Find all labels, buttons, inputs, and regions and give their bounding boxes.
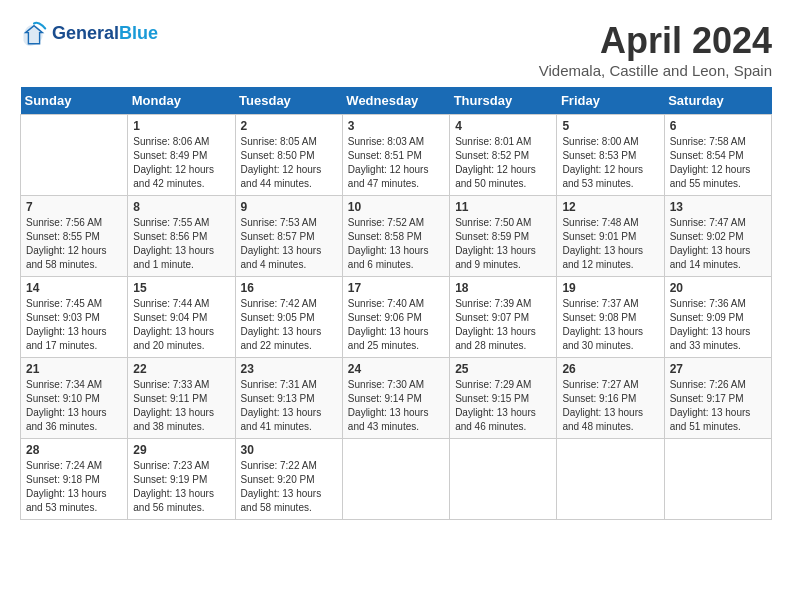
day-number: 17 bbox=[348, 281, 444, 295]
day-number: 8 bbox=[133, 200, 229, 214]
calendar-cell: 1Sunrise: 8:06 AM Sunset: 8:49 PM Daylig… bbox=[128, 115, 235, 196]
title-section: April 2024 Videmala, Castille and Leon, … bbox=[539, 20, 772, 79]
day-number: 4 bbox=[455, 119, 551, 133]
cell-info: Sunrise: 7:26 AM Sunset: 9:17 PM Dayligh… bbox=[670, 378, 766, 434]
day-number: 13 bbox=[670, 200, 766, 214]
cell-info: Sunrise: 7:53 AM Sunset: 8:57 PM Dayligh… bbox=[241, 216, 337, 272]
calendar-cell: 27Sunrise: 7:26 AM Sunset: 9:17 PM Dayli… bbox=[664, 358, 771, 439]
day-header-saturday: Saturday bbox=[664, 87, 771, 115]
calendar-cell: 26Sunrise: 7:27 AM Sunset: 9:16 PM Dayli… bbox=[557, 358, 664, 439]
calendar-cell: 21Sunrise: 7:34 AM Sunset: 9:10 PM Dayli… bbox=[21, 358, 128, 439]
day-number: 18 bbox=[455, 281, 551, 295]
day-number: 20 bbox=[670, 281, 766, 295]
cell-info: Sunrise: 7:36 AM Sunset: 9:09 PM Dayligh… bbox=[670, 297, 766, 353]
cell-info: Sunrise: 7:33 AM Sunset: 9:11 PM Dayligh… bbox=[133, 378, 229, 434]
day-header-wednesday: Wednesday bbox=[342, 87, 449, 115]
calendar-cell: 5Sunrise: 8:00 AM Sunset: 8:53 PM Daylig… bbox=[557, 115, 664, 196]
cell-info: Sunrise: 8:06 AM Sunset: 8:49 PM Dayligh… bbox=[133, 135, 229, 191]
calendar-cell bbox=[21, 115, 128, 196]
calendar-cell: 30Sunrise: 7:22 AM Sunset: 9:20 PM Dayli… bbox=[235, 439, 342, 520]
calendar-cell: 7Sunrise: 7:56 AM Sunset: 8:55 PM Daylig… bbox=[21, 196, 128, 277]
cell-info: Sunrise: 7:50 AM Sunset: 8:59 PM Dayligh… bbox=[455, 216, 551, 272]
cell-info: Sunrise: 7:23 AM Sunset: 9:19 PM Dayligh… bbox=[133, 459, 229, 515]
day-number: 16 bbox=[241, 281, 337, 295]
day-number: 12 bbox=[562, 200, 658, 214]
cell-info: Sunrise: 7:22 AM Sunset: 9:20 PM Dayligh… bbox=[241, 459, 337, 515]
cell-info: Sunrise: 7:48 AM Sunset: 9:01 PM Dayligh… bbox=[562, 216, 658, 272]
day-number: 6 bbox=[670, 119, 766, 133]
day-number: 10 bbox=[348, 200, 444, 214]
cell-info: Sunrise: 7:31 AM Sunset: 9:13 PM Dayligh… bbox=[241, 378, 337, 434]
week-row-5: 28Sunrise: 7:24 AM Sunset: 9:18 PM Dayli… bbox=[21, 439, 772, 520]
calendar-cell: 12Sunrise: 7:48 AM Sunset: 9:01 PM Dayli… bbox=[557, 196, 664, 277]
calendar-cell bbox=[342, 439, 449, 520]
cell-info: Sunrise: 7:45 AM Sunset: 9:03 PM Dayligh… bbox=[26, 297, 122, 353]
day-number: 11 bbox=[455, 200, 551, 214]
calendar-cell: 8Sunrise: 7:55 AM Sunset: 8:56 PM Daylig… bbox=[128, 196, 235, 277]
day-number: 22 bbox=[133, 362, 229, 376]
calendar-cell: 17Sunrise: 7:40 AM Sunset: 9:06 PM Dayli… bbox=[342, 277, 449, 358]
week-row-3: 14Sunrise: 7:45 AM Sunset: 9:03 PM Dayli… bbox=[21, 277, 772, 358]
calendar-cell: 23Sunrise: 7:31 AM Sunset: 9:13 PM Dayli… bbox=[235, 358, 342, 439]
day-number: 5 bbox=[562, 119, 658, 133]
calendar-cell: 25Sunrise: 7:29 AM Sunset: 9:15 PM Dayli… bbox=[450, 358, 557, 439]
day-number: 28 bbox=[26, 443, 122, 457]
week-row-4: 21Sunrise: 7:34 AM Sunset: 9:10 PM Dayli… bbox=[21, 358, 772, 439]
day-number: 3 bbox=[348, 119, 444, 133]
cell-info: Sunrise: 8:00 AM Sunset: 8:53 PM Dayligh… bbox=[562, 135, 658, 191]
day-number: 19 bbox=[562, 281, 658, 295]
calendar-cell: 6Sunrise: 7:58 AM Sunset: 8:54 PM Daylig… bbox=[664, 115, 771, 196]
day-number: 14 bbox=[26, 281, 122, 295]
day-header-sunday: Sunday bbox=[21, 87, 128, 115]
day-header-tuesday: Tuesday bbox=[235, 87, 342, 115]
calendar-cell: 15Sunrise: 7:44 AM Sunset: 9:04 PM Dayli… bbox=[128, 277, 235, 358]
calendar-cell: 13Sunrise: 7:47 AM Sunset: 9:02 PM Dayli… bbox=[664, 196, 771, 277]
calendar-cell: 19Sunrise: 7:37 AM Sunset: 9:08 PM Dayli… bbox=[557, 277, 664, 358]
calendar-cell: 3Sunrise: 8:03 AM Sunset: 8:51 PM Daylig… bbox=[342, 115, 449, 196]
cell-info: Sunrise: 8:03 AM Sunset: 8:51 PM Dayligh… bbox=[348, 135, 444, 191]
day-number: 25 bbox=[455, 362, 551, 376]
day-number: 23 bbox=[241, 362, 337, 376]
cell-info: Sunrise: 7:37 AM Sunset: 9:08 PM Dayligh… bbox=[562, 297, 658, 353]
calendar-cell: 9Sunrise: 7:53 AM Sunset: 8:57 PM Daylig… bbox=[235, 196, 342, 277]
cell-info: Sunrise: 7:30 AM Sunset: 9:14 PM Dayligh… bbox=[348, 378, 444, 434]
month-title: April 2024 bbox=[539, 20, 772, 62]
cell-info: Sunrise: 7:40 AM Sunset: 9:06 PM Dayligh… bbox=[348, 297, 444, 353]
day-number: 26 bbox=[562, 362, 658, 376]
calendar-cell: 10Sunrise: 7:52 AM Sunset: 8:58 PM Dayli… bbox=[342, 196, 449, 277]
calendar-cell: 28Sunrise: 7:24 AM Sunset: 9:18 PM Dayli… bbox=[21, 439, 128, 520]
week-row-2: 7Sunrise: 7:56 AM Sunset: 8:55 PM Daylig… bbox=[21, 196, 772, 277]
calendar-cell bbox=[557, 439, 664, 520]
cell-info: Sunrise: 7:42 AM Sunset: 9:05 PM Dayligh… bbox=[241, 297, 337, 353]
calendar-cell: 4Sunrise: 8:01 AM Sunset: 8:52 PM Daylig… bbox=[450, 115, 557, 196]
calendar-cell: 2Sunrise: 8:05 AM Sunset: 8:50 PM Daylig… bbox=[235, 115, 342, 196]
calendar-cell: 29Sunrise: 7:23 AM Sunset: 9:19 PM Dayli… bbox=[128, 439, 235, 520]
cell-info: Sunrise: 7:55 AM Sunset: 8:56 PM Dayligh… bbox=[133, 216, 229, 272]
cell-info: Sunrise: 7:44 AM Sunset: 9:04 PM Dayligh… bbox=[133, 297, 229, 353]
day-number: 15 bbox=[133, 281, 229, 295]
week-row-1: 1Sunrise: 8:06 AM Sunset: 8:49 PM Daylig… bbox=[21, 115, 772, 196]
day-number: 24 bbox=[348, 362, 444, 376]
day-header-monday: Monday bbox=[128, 87, 235, 115]
days-header-row: SundayMondayTuesdayWednesdayThursdayFrid… bbox=[21, 87, 772, 115]
calendar-cell: 24Sunrise: 7:30 AM Sunset: 9:14 PM Dayli… bbox=[342, 358, 449, 439]
calendar-table: SundayMondayTuesdayWednesdayThursdayFrid… bbox=[20, 87, 772, 520]
cell-info: Sunrise: 7:39 AM Sunset: 9:07 PM Dayligh… bbox=[455, 297, 551, 353]
calendar-cell: 18Sunrise: 7:39 AM Sunset: 9:07 PM Dayli… bbox=[450, 277, 557, 358]
day-number: 9 bbox=[241, 200, 337, 214]
calendar-cell: 20Sunrise: 7:36 AM Sunset: 9:09 PM Dayli… bbox=[664, 277, 771, 358]
day-number: 30 bbox=[241, 443, 337, 457]
calendar-cell: 22Sunrise: 7:33 AM Sunset: 9:11 PM Dayli… bbox=[128, 358, 235, 439]
day-number: 21 bbox=[26, 362, 122, 376]
cell-info: Sunrise: 8:01 AM Sunset: 8:52 PM Dayligh… bbox=[455, 135, 551, 191]
cell-info: Sunrise: 7:52 AM Sunset: 8:58 PM Dayligh… bbox=[348, 216, 444, 272]
logo: GeneralBlue bbox=[20, 20, 158, 48]
calendar-cell: 16Sunrise: 7:42 AM Sunset: 9:05 PM Dayli… bbox=[235, 277, 342, 358]
cell-info: Sunrise: 7:34 AM Sunset: 9:10 PM Dayligh… bbox=[26, 378, 122, 434]
day-number: 29 bbox=[133, 443, 229, 457]
logo-text: GeneralBlue bbox=[52, 24, 158, 44]
page-header: GeneralBlue April 2024 Videmala, Castill… bbox=[20, 20, 772, 79]
day-number: 2 bbox=[241, 119, 337, 133]
cell-info: Sunrise: 7:24 AM Sunset: 9:18 PM Dayligh… bbox=[26, 459, 122, 515]
calendar-cell: 11Sunrise: 7:50 AM Sunset: 8:59 PM Dayli… bbox=[450, 196, 557, 277]
